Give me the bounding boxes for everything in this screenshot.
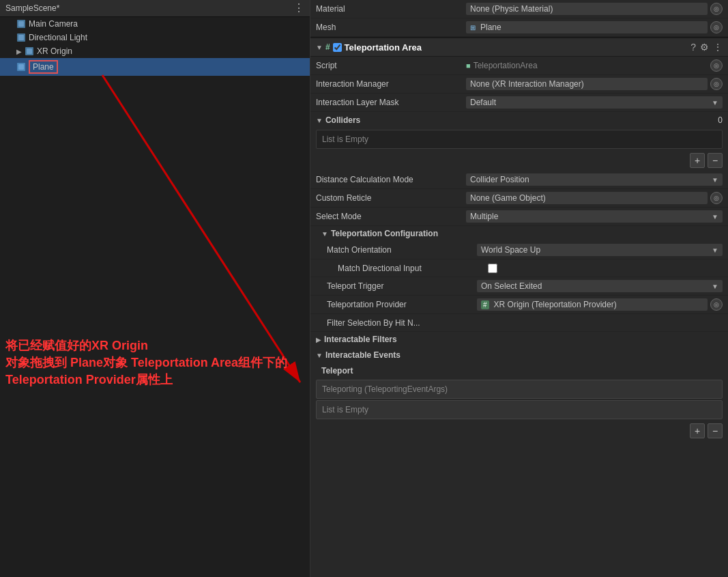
- hierarchy-header: SampleScene* ⋮: [0, 0, 310, 17]
- script-value-text: TeleportationArea: [474, 61, 538, 70]
- script-file-icon: ■: [466, 61, 471, 70]
- mesh-value-box: ⊞ Plane: [466, 21, 708, 33]
- add-collider-button[interactable]: +: [690, 153, 705, 168]
- filter-selection-row: Filter Selection By Hit N...: [310, 314, 728, 332]
- material-value: None (Physic Material) ◎: [466, 3, 723, 15]
- interactable-filters-header[interactable]: ▶ Interactable Filters: [310, 332, 728, 347]
- teleport-trigger-dropdown[interactable]: On Select Exited ▼: [477, 280, 723, 292]
- select-mode-label: Select Mode: [316, 212, 466, 221]
- script-circle-button[interactable]: ◎: [710, 59, 723, 72]
- grid-icon: ⊞: [470, 24, 476, 31]
- hierarchy-item-label: Main Camera: [29, 19, 78, 29]
- interaction-manager-row: Interaction Manager None (XR Interaction…: [310, 75, 728, 94]
- teleportation-config-title: Teleportation Configuration: [331, 229, 438, 238]
- teleporting-event-text: Teleporting (TeleportingEventArgs): [322, 384, 448, 394]
- custom-reticle-circle-button[interactable]: ◎: [710, 192, 723, 204]
- match-directional-input-label: Match Directional Input: [338, 264, 488, 273]
- interaction-manager-label: Interaction Manager: [316, 79, 466, 89]
- teleportation-provider-circle-button[interactable]: ◎: [710, 298, 723, 311]
- interaction-layer-mask-row: Interaction Layer Mask Default ▼: [310, 94, 728, 112]
- teleportation-config-arrow: ▼: [321, 230, 328, 238]
- teleporting-event-box: Teleporting (TeleportingEventArgs): [316, 380, 723, 399]
- settings-icon[interactable]: ⚙: [700, 42, 709, 53]
- material-circle-button[interactable]: ◎: [710, 3, 723, 15]
- match-orientation-label: Match Orientation: [327, 245, 477, 255]
- add-event-button[interactable]: +: [690, 423, 705, 438]
- interaction-manager-value: None (XR Interaction Manager) ◎: [466, 78, 723, 90]
- mesh-value: ⊞ Plane ◎: [466, 21, 723, 33]
- expand-arrow-icon: ▶: [16, 48, 23, 55]
- match-orientation-value: World Space Up ▼: [477, 244, 723, 256]
- colliders-title: Colliders: [325, 115, 360, 125]
- interaction-layer-mask-text: Default: [470, 98, 496, 107]
- component-enabled-checkbox[interactable]: [333, 43, 342, 52]
- custom-reticle-value: None (Game Object) ◎: [466, 192, 723, 204]
- component-icons-group: ? ⚙ ⋮: [690, 42, 723, 53]
- interactable-events-header[interactable]: ▼ Interactable Events: [310, 347, 728, 363]
- distance-calculation-mode-dropdown[interactable]: Collider Position ▼: [466, 173, 723, 186]
- match-directional-input-value: [488, 264, 723, 273]
- more-options-icon[interactable]: ⋮: [713, 42, 723, 53]
- hierarchy-item-plane[interactable]: Plane: [0, 58, 310, 76]
- teleport-trigger-label: Teleport Trigger: [327, 281, 477, 291]
- material-label: Material: [316, 4, 466, 14]
- hierarchy-item-label: XR Origin: [37, 46, 72, 56]
- teleportation-area-component-header[interactable]: ▼ # Teleportation Area ? ⚙ ⋮: [310, 37, 728, 57]
- interaction-layer-mask-dropdown[interactable]: Default ▼: [466, 96, 723, 109]
- hierarchy-item-main-camera[interactable]: Main Camera: [0, 17, 310, 31]
- mesh-circle-button[interactable]: ◎: [710, 21, 723, 33]
- teleport-list-empty-text: List is Empty: [322, 405, 368, 414]
- hierarchy-menu-button[interactable]: ⋮: [293, 3, 304, 14]
- script-property-row: Script ■ TeleportationArea ◎: [310, 57, 728, 75]
- custom-reticle-label: Custom Reticle: [316, 193, 466, 203]
- filter-selection-label: Filter Selection By Hit N...: [327, 318, 477, 328]
- select-mode-dropdown[interactable]: Multiple ▼: [466, 210, 723, 223]
- match-orientation-dropdown[interactable]: World Space Up ▼: [477, 244, 723, 256]
- mesh-value-text: Plane: [480, 23, 501, 32]
- script-label: Script: [316, 61, 466, 70]
- annotation-text: 将已经赋值好的XR Origin 对象拖拽到 Plane对象 Teleporta…: [0, 335, 293, 392]
- teleport-list-empty-box: List is Empty: [316, 400, 723, 419]
- hierarchy-title: SampleScene*: [5, 3, 59, 13]
- colliders-section-header[interactable]: ▼ Colliders 0: [310, 112, 728, 128]
- teleportation-config-header[interactable]: ▼ Teleportation Configuration: [310, 226, 728, 241]
- svg-rect-5: [27, 48, 32, 54]
- remove-event-button[interactable]: −: [708, 423, 723, 438]
- teleport-trigger-value: On Select Exited ▼: [477, 280, 723, 292]
- inspector-panel: Material None (Physic Material) ◎ Mesh ⊞…: [310, 0, 728, 577]
- dropdown-arrow-icon: ▼: [712, 176, 718, 184]
- selected-plane-label: Plane: [29, 60, 58, 74]
- dropdown-arrow-icon: ▼: [712, 247, 718, 254]
- hash-icon: #: [325, 42, 330, 52]
- instruction-arrow: [0, 0, 310, 577]
- mesh-property-row: Mesh ⊞ Plane ◎: [310, 18, 728, 37]
- cube-icon: [16, 33, 26, 42]
- teleportation-provider-value-box: # XR Origin (Teleportation Provider): [477, 298, 708, 311]
- distance-calculation-mode-row: Distance Calculation Mode Collider Posit…: [310, 171, 728, 189]
- hierarchy-item-directional-light[interactable]: Directional Light: [0, 31, 310, 44]
- interaction-manager-circle-button[interactable]: ◎: [710, 78, 723, 90]
- colliders-empty-label: List is Empty: [317, 130, 722, 148]
- hierarchy-item-xr-origin[interactable]: ▶ XR Origin: [0, 44, 310, 58]
- match-directional-input-checkbox[interactable]: [488, 264, 497, 273]
- teleportation-provider-value: # XR Origin (Teleportation Provider) ◎: [477, 298, 723, 311]
- teleport-event-label: Teleport: [310, 363, 728, 378]
- custom-reticle-value-text: None (Game Object): [466, 192, 708, 204]
- mesh-label: Mesh: [316, 23, 466, 32]
- teleportation-provider-text: XR Origin (Teleportation Provider): [494, 300, 617, 309]
- distance-calculation-mode-value: Collider Position ▼: [466, 173, 723, 186]
- interactable-events-buttons: + −: [310, 421, 728, 441]
- colliders-buttons: + −: [310, 150, 728, 171]
- interaction-layer-mask-value[interactable]: Default ▼: [466, 96, 723, 109]
- interactable-events-arrow: ▼: [316, 352, 323, 359]
- help-icon[interactable]: ?: [690, 42, 696, 53]
- interactable-events-title: Interactable Events: [325, 350, 401, 360]
- cube-icon: [16, 62, 26, 72]
- interactable-filters-arrow: ▶: [316, 336, 321, 343]
- colliders-list: List is Empty: [316, 130, 723, 149]
- teleport-trigger-text: On Select Exited: [481, 281, 542, 291]
- cube-icon: [16, 19, 26, 29]
- remove-collider-button[interactable]: −: [708, 153, 723, 168]
- match-orientation-text: World Space Up: [481, 245, 540, 255]
- interaction-manager-value-text: None (XR Interaction Manager): [466, 78, 708, 90]
